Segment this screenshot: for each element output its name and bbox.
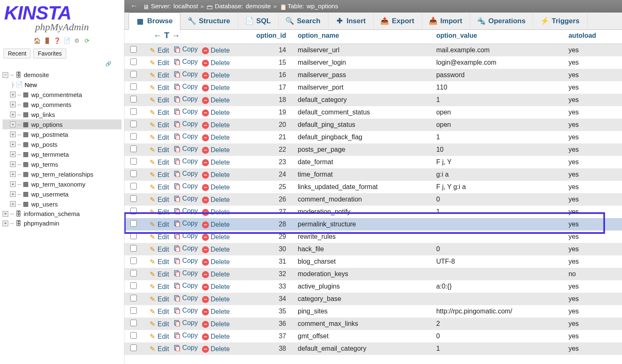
tab-search[interactable]: 🔍Search xyxy=(279,12,328,29)
row-checkbox[interactable] xyxy=(130,96,137,102)
tree-db-information_schema[interactable]: +─🗄information_schema xyxy=(2,209,121,218)
edit-button[interactable]: ✎Edit xyxy=(148,184,169,191)
expand-icon[interactable]: + xyxy=(2,211,8,217)
tree-new[interactable]: ├ 📄 New xyxy=(2,80,121,90)
tree-db-label[interactable]: information_schema xyxy=(24,210,80,217)
expand-icon[interactable]: + xyxy=(10,102,16,107)
bc-db[interactable]: demosite xyxy=(245,2,271,10)
tree-table-label[interactable]: wp_postmeta xyxy=(31,131,68,138)
tree-table-label[interactable]: wp_commentmeta xyxy=(31,91,82,98)
expand-icon[interactable]: + xyxy=(10,191,16,197)
expand-icon[interactable]: + xyxy=(10,112,16,117)
docs-icon[interactable]: ❓ xyxy=(53,37,61,44)
delete-button[interactable]: −Delete xyxy=(202,47,230,54)
delete-button[interactable]: −Delete xyxy=(202,233,230,241)
row-checkbox[interactable] xyxy=(130,245,137,252)
edit-button[interactable]: ✎Edit xyxy=(148,97,169,104)
edit-button[interactable]: ✎Edit xyxy=(148,109,169,116)
edit-button[interactable]: ✎Edit xyxy=(148,72,169,79)
expand-icon[interactable]: + xyxy=(10,181,16,187)
delete-button[interactable]: −Delete xyxy=(202,171,230,179)
copy-button[interactable]: Copy xyxy=(173,83,198,90)
copy-button[interactable]: Copy xyxy=(173,133,198,140)
delete-button[interactable]: −Delete xyxy=(202,209,230,216)
tree-table-wp_posts[interactable]: +─▦wp_posts xyxy=(2,139,121,149)
tree-table-wp_commentmeta[interactable]: +─▦wp_commentmeta xyxy=(2,90,121,99)
sql-icon[interactable]: 📄 xyxy=(63,37,71,44)
copy-button[interactable]: Copy xyxy=(173,195,198,202)
row-checkbox[interactable] xyxy=(130,282,137,289)
edit-button[interactable]: ✎Edit xyxy=(148,221,169,228)
copy-button[interactable]: Copy xyxy=(173,207,198,215)
edit-button[interactable]: ✎Edit xyxy=(148,171,169,179)
row-checkbox[interactable] xyxy=(130,108,137,115)
delete-button[interactable]: −Delete xyxy=(202,308,230,315)
tree-table-wp_usermeta[interactable]: +─▦wp_usermeta xyxy=(2,189,121,199)
tab-favorites[interactable]: Favorites xyxy=(33,49,66,58)
copy-button[interactable]: Copy xyxy=(173,120,198,128)
edit-button[interactable]: ✎Edit xyxy=(148,308,169,315)
delete-button[interactable]: −Delete xyxy=(202,134,230,141)
edit-button[interactable]: ✎Edit xyxy=(148,209,169,216)
tree-table-wp_term_relationships[interactable]: +─▦wp_term_relationships xyxy=(2,169,121,179)
col-option-value[interactable]: option_value xyxy=(430,30,563,44)
tree-table-label[interactable]: wp_links xyxy=(31,111,55,118)
copy-button[interactable]: Copy xyxy=(173,257,198,265)
row-checkbox[interactable] xyxy=(130,208,137,214)
edit-button[interactable]: ✎Edit xyxy=(148,196,169,204)
edit-button[interactable]: ✎Edit xyxy=(148,84,169,92)
delete-button[interactable]: −Delete xyxy=(202,246,230,253)
bc-table[interactable]: wp_options xyxy=(307,2,338,10)
tree-table-label[interactable]: wp_terms xyxy=(31,161,58,168)
row-checkbox[interactable] xyxy=(130,146,137,152)
edit-button[interactable]: ✎Edit xyxy=(148,333,169,340)
copy-button[interactable]: Copy xyxy=(173,282,198,289)
tree-table-wp_options[interactable]: +─▦wp_options xyxy=(2,119,121,129)
home-icon[interactable]: 🏠 xyxy=(34,37,41,44)
tree-table-label[interactable]: wp_term_taxonomy xyxy=(31,181,85,188)
delete-button[interactable]: −Delete xyxy=(202,333,230,340)
delete-button[interactable]: −Delete xyxy=(202,59,230,67)
settings-icon[interactable]: ⚙ xyxy=(73,37,81,44)
expand-icon[interactable]: + xyxy=(10,121,16,127)
edit-button[interactable]: ✎Edit xyxy=(148,345,169,353)
row-checkbox[interactable] xyxy=(130,307,137,314)
delete-button[interactable]: −Delete xyxy=(202,320,230,328)
copy-button[interactable]: Copy xyxy=(173,332,198,339)
expand-icon[interactable]: + xyxy=(10,171,16,177)
tab-browse[interactable]: ▦Browse xyxy=(129,12,180,30)
edit-button[interactable]: ✎Edit xyxy=(148,246,169,253)
row-checkbox[interactable] xyxy=(130,233,137,239)
row-checkbox[interactable] xyxy=(130,46,137,53)
edit-button[interactable]: ✎Edit xyxy=(148,59,169,67)
copy-button[interactable]: Copy xyxy=(173,344,198,352)
row-checkbox[interactable] xyxy=(130,320,137,326)
row-checkbox[interactable] xyxy=(130,121,137,127)
edit-button[interactable]: ✎Edit xyxy=(148,121,169,129)
delete-button[interactable]: −Delete xyxy=(202,184,230,191)
tree-db[interactable]: − ─ 🗄 demosite xyxy=(2,70,121,80)
delete-button[interactable]: −Delete xyxy=(202,271,230,278)
edit-button[interactable]: ✎Edit xyxy=(148,271,169,278)
tree-table-wp_postmeta[interactable]: +─▦wp_postmeta xyxy=(2,129,121,139)
expand-icon[interactable]: + xyxy=(2,221,8,226)
edit-button[interactable]: ✎Edit xyxy=(148,159,169,166)
tab-insert[interactable]: ✚Insert xyxy=(328,12,374,29)
delete-button[interactable]: −Delete xyxy=(202,258,230,266)
tree-table-label[interactable]: wp_comments xyxy=(31,101,71,108)
column-nav-icons[interactable]: ←T→ xyxy=(148,30,187,41)
tree-table-label[interactable]: wp_options xyxy=(31,121,63,128)
row-checkbox[interactable] xyxy=(130,257,137,264)
copy-button[interactable]: Copy xyxy=(173,170,198,177)
row-checkbox[interactable] xyxy=(130,295,137,301)
expand-icon[interactable]: + xyxy=(10,151,16,157)
copy-button[interactable]: Copy xyxy=(173,307,198,314)
delete-button[interactable]: −Delete xyxy=(202,283,230,291)
back-icon[interactable]: ← xyxy=(128,2,140,10)
col-option-id[interactable]: option_id xyxy=(250,30,292,44)
tree-table-wp_term_taxonomy[interactable]: +─▦wp_term_taxonomy xyxy=(2,179,121,189)
row-checkbox[interactable] xyxy=(130,195,137,202)
delete-button[interactable]: −Delete xyxy=(202,159,230,166)
copy-button[interactable]: Copy xyxy=(173,232,198,240)
delete-button[interactable]: −Delete xyxy=(202,109,230,116)
